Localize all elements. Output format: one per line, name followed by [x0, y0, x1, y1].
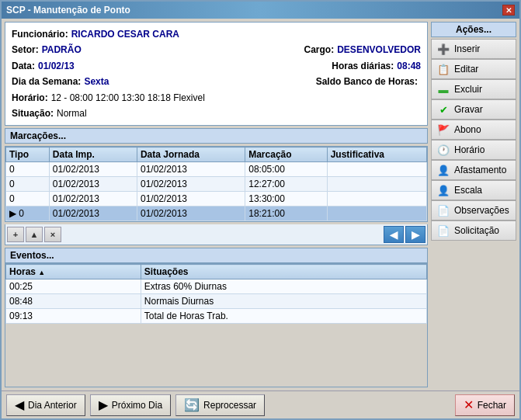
excluir-icon: ▬ [436, 82, 450, 96]
cell-justificativa [327, 192, 426, 207]
nav-buttons: ◀ ▶ [384, 226, 425, 243]
abono-icon: 🚩 [436, 123, 450, 137]
observacoes-label: Observações [454, 205, 509, 216]
data-label: Data: [12, 58, 35, 74]
gravar-button[interactable]: ✔ Gravar [431, 99, 516, 120]
cell-situacoes: Total de Horas Trab. [141, 309, 426, 324]
inserir-label: Inserir [454, 43, 480, 54]
solicitacao-button[interactable]: 📄 Solicitação [431, 220, 516, 241]
cell-tipo: 0 [6, 192, 50, 207]
title-bar: SCP - Manutenção de Ponto ✕ [2, 2, 519, 19]
afastamento-label: Afastamento [454, 165, 506, 175]
cell-justificativa [327, 177, 426, 192]
list-item[interactable]: 08:48Normais Diurnas [6, 294, 427, 309]
escala-button[interactable]: 👤 Escala [431, 180, 516, 200]
cell-situacoes: Normais Diurnas [141, 294, 426, 309]
dia-semana-row: Dia da Semana: Sexta [12, 74, 109, 89]
cell-horas: 08:48 [6, 294, 141, 309]
cell-tipo: 0 [6, 162, 50, 177]
list-item[interactable]: 09:13Total de Horas Trab. [6, 309, 427, 324]
col-horas: Horas ▲ [6, 265, 141, 279]
marcacoes-header[interactable]: Marcações... [5, 128, 428, 144]
cargo-label: Cargo: [304, 42, 335, 57]
main-window: SCP - Manutenção de Ponto ✕ Funcionário:… [0, 0, 521, 420]
dia-semana-value: Sexta [84, 74, 109, 89]
col-situacoes: Situações [141, 265, 426, 279]
cell-marcacao: 08:05:00 [245, 162, 327, 177]
editar-button[interactable]: 📋 Editar [431, 59, 516, 79]
eventos-table: Horas ▲ Situações 00:25Extras 60% Diurna… [5, 264, 427, 324]
marcacoes-header-row: Tipo Data Imp. Data Jornada Marcação Jus… [6, 148, 427, 162]
window-title: SCP - Manutenção de Ponto [6, 5, 130, 16]
delete-button[interactable]: × [44, 227, 61, 242]
table-row[interactable]: ▶ 001/02/201301/02/201318:21:00 [6, 207, 427, 221]
funcionario-value: RICARDO CESAR CARA [71, 26, 179, 42]
add-button[interactable]: + [7, 227, 24, 242]
cell-tipo: 0 [6, 177, 50, 192]
eventos-table-container: Horas ▲ Situações 00:25Extras 60% Diurna… [5, 263, 428, 387]
cell-data-jornada: 01/02/2013 [137, 162, 245, 177]
prev-button[interactable]: ◀ [384, 226, 404, 243]
dia-semana-label: Dia da Semana: [12, 74, 81, 89]
marcacoes-header-label: Marcações... [10, 130, 66, 141]
fechar-label: Fechar [478, 400, 506, 411]
dia-saldo-row: Dia da Semana: Sexta Saldo Banco de Hora… [12, 74, 421, 89]
cell-data-jornada: 01/02/2013 [137, 192, 245, 207]
cell-justificativa [327, 162, 426, 177]
proximo-dia-icon: ▶ [99, 397, 108, 412]
situacao-row: Situação: Normal [12, 106, 421, 121]
reprocessar-icon: 🔄 [184, 397, 200, 412]
setor-label: Setor: [12, 42, 39, 57]
horas-diarias-row: Horas diárias: 08:48 [332, 58, 421, 74]
afastamento-icon: 👤 [436, 163, 450, 177]
situacao-value: Normal [57, 106, 87, 121]
col-data-jornada: Data Jornada [137, 148, 245, 162]
excluir-label: Excluir [454, 84, 482, 95]
editar-icon: 📋 [436, 62, 450, 76]
horario-button[interactable]: 🕐 Horário [431, 140, 516, 160]
bottom-bar: ◀ Dia Anterior ▶ Próximo Dia 🔄 Reprocess… [2, 390, 519, 418]
afastamento-button[interactable]: 👤 Afastamento [431, 160, 516, 180]
table-row[interactable]: 001/02/201301/02/201308:05:00 [6, 162, 427, 177]
dia-anterior-icon: ◀ [15, 397, 24, 412]
reprocessar-button[interactable]: 🔄 Reprocessar [175, 394, 265, 416]
col-data-imp: Data Imp. [49, 148, 137, 162]
excluir-button[interactable]: ▬ Excluir [431, 79, 516, 99]
eventos-header-row: Horas ▲ Situações [6, 265, 427, 279]
cargo-value: DESENVOLVEDOR [337, 42, 421, 57]
editar-label: Editar [454, 64, 478, 75]
horario-icon: 🕐 [436, 143, 450, 157]
actions-header: Ações... [431, 22, 516, 37]
main-content: Funcionário: RICARDO CESAR CARA Setor: P… [2, 19, 519, 390]
up-button[interactable]: ▲ [26, 227, 43, 242]
eventos-header[interactable]: Eventos... [5, 248, 428, 263]
fechar-button[interactable]: ✕ Fechar [455, 394, 515, 416]
table-row[interactable]: 001/02/201301/02/201313:30:00 [6, 192, 427, 207]
horario-label: Horário: [12, 90, 48, 106]
abono-button[interactable]: 🚩 Abono [431, 120, 516, 140]
row-indicator: ▶ 0 [6, 207, 50, 221]
table-row[interactable]: 001/02/201301/02/201312:27:00 [6, 177, 427, 192]
horario-value: 12 - 08:00 12:00 13:30 18:18 Flexivel [51, 90, 205, 106]
saldo-banco-row: Saldo Banco de Horas: [316, 74, 421, 89]
setor-cargo-row: Setor: PADRÃO Cargo: DESENVOLVEDOR [12, 42, 421, 57]
horas-diarias-label: Horas diárias: [332, 58, 394, 74]
col-marcacao: Marcação [245, 148, 327, 162]
saldo-banco-label: Saldo Banco de Horas: [316, 74, 418, 89]
proximo-dia-button[interactable]: ▶ Próximo Dia [90, 394, 171, 416]
cell-situacoes: Extras 60% Diurnas [141, 279, 426, 294]
close-button[interactable]: ✕ [502, 5, 515, 16]
fechar-icon: ✕ [464, 397, 474, 412]
data-horas-row: Data: 01/02/13 Horas diárias: 08:48 [12, 58, 421, 74]
marcacoes-table-container: Tipo Data Imp. Data Jornada Marcação Jus… [5, 146, 428, 222]
list-item[interactable]: 00:25Extras 60% Diurnas [6, 279, 427, 294]
events-section: Eventos... Horas ▲ Situações 00:25Extras… [5, 248, 428, 387]
cell-data-imp: 01/02/2013 [49, 162, 137, 177]
dia-anterior-button[interactable]: ◀ Dia Anterior [6, 394, 85, 416]
next-button[interactable]: ▶ [405, 226, 425, 243]
observacoes-button[interactable]: 📄 Observações [431, 200, 516, 220]
cell-marcacao: 13:30:00 [245, 192, 327, 207]
gravar-label: Gravar [454, 104, 483, 115]
inserir-button[interactable]: ➕ Inserir [431, 39, 516, 59]
actions-container: ➕ Inserir 📋 Editar ▬ Excluir ✔ Gravar 🚩 … [431, 39, 516, 241]
